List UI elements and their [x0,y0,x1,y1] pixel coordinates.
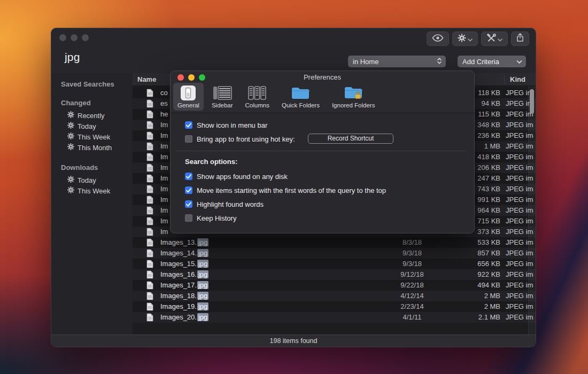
tab-sidebar[interactable]: Sidebar [207,83,237,111]
table-row[interactable]: Images_14.jpg9/3/18857 KBJPEG ima [133,248,536,259]
match-highlight: jpg [197,249,208,257]
search-query-input[interactable]: jpg [65,51,80,64]
tab-label: Ignored Folders [332,102,375,108]
sidebar-item-changed-today[interactable]: Today [51,121,133,131]
tab-label: Sidebar [212,102,233,108]
add-criteria-button[interactable]: Add Criteria [458,56,526,67]
traffic-lights [59,34,89,41]
file-name: co [160,89,168,97]
tab-quick-folders[interactable]: Quick Folders [277,83,324,111]
tab-columns[interactable]: Columns [241,83,274,111]
document-icon [146,153,153,163]
match-highlight: jpg [197,281,208,289]
document-icon [146,196,153,206]
share-icon [516,33,524,44]
file-size: 656 KB [452,260,500,268]
folder-icon [291,84,310,101]
sidebar-item-changed-this-month[interactable]: This Month [51,142,133,153]
file-name: Images_19.jpg [160,302,208,310]
tab-label: Columns [245,102,269,108]
sidebar-panel-icon [213,84,232,101]
window-titlebar[interactable] [51,28,536,46]
date-modified: 9/3/18 [377,260,447,268]
document-icon [146,163,153,174]
zoom-window-button[interactable] [82,34,89,41]
scrollbar-thumb[interactable] [530,89,534,114]
search-options: Show apps found on any diskMove items st… [185,172,474,223]
table-row[interactable]: Images_19.jpg2/23/142 MBJPEG ima [133,301,536,312]
option-row-move-items-starting-with-the-first-words-of-the-query-to-the-top: Move items starting with the first words… [185,185,474,195]
file-size: 2.1 MB [452,313,500,321]
scrollbar-track[interactable] [528,86,536,334]
table-row[interactable]: Images_15.jpg9/3/18656 KBJPEG ima [133,259,536,269]
tab-ignored-folders[interactable]: Ignored Folders [328,83,380,111]
document-icon [146,142,153,152]
date-modified: 8/3/18 [377,238,447,246]
file-name: Images_18.jpg [160,292,208,300]
sidebar-groups: ChangedRecentlyTodayThis WeekThis MonthD… [51,99,133,196]
record-shortcut-button[interactable]: Record Shortcut [308,134,393,144]
minimize-dialog-button[interactable] [188,74,195,81]
checkbox-label: Show apps found on any disk [197,173,288,181]
checkbox-show-icon-in-menu-bar[interactable] [185,121,192,129]
file-name: Images_13.jpg [160,238,208,246]
date-modified: 9/12/18 [377,270,447,278]
general-switch-icon [180,84,196,101]
match-highlight: jpg [197,302,208,310]
file-name: Im [160,142,168,150]
close-dialog-button[interactable] [177,74,184,81]
checkbox-move-items-starting-with-the-first-words-of-the-query-to-the-top[interactable] [185,186,192,194]
document-icon [146,238,153,248]
eye-button[interactable] [427,32,449,46]
close-window-button[interactable] [59,34,66,41]
sidebar-item-downloads-today[interactable]: Today [51,175,133,185]
document-icon [146,89,153,99]
checkbox-label: Move items starting with the first words… [197,186,386,194]
sidebar-item-changed-recently[interactable]: Recently [51,110,133,121]
document-icon [146,110,153,120]
checkbox-show-apps-found-on-any-disk[interactable] [185,173,192,180]
file-name: Images_16.jpg [160,270,208,278]
table-row[interactable]: Images_17.jpg9/22/18494 KBJPEG ima [133,280,536,291]
file-name: Images_14.jpg [160,249,208,257]
file-name: he [160,110,168,118]
zoom-dialog-button[interactable] [199,74,205,81]
sidebar-item-label: This Week [78,133,110,141]
file-size: 922 KB [452,270,500,278]
tab-general[interactable]: General [173,83,204,111]
checkbox-label: Keep History [197,214,236,222]
column-header-kind[interactable]: Kind [504,75,525,84]
table-row[interactable]: Images_13.jpg8/3/18533 KBJPEG ima [133,237,536,248]
checkbox-highlight-found-words[interactable] [185,200,192,208]
file-name: Im [160,174,168,182]
table-row[interactable]: Images_18.jpg4/12/142 MBJPEG ima [133,291,536,301]
table-row[interactable]: Images_20.jpg4/1/112.1 MBJPEG ima [133,312,536,323]
preferences-general-pane: Show icon in menu barBring app to front … [171,113,474,233]
document-icon [146,217,153,227]
document-icon [146,206,153,216]
share-button[interactable] [511,32,529,46]
window-toolbar [427,32,529,46]
date-modified: 4/12/14 [377,292,447,300]
sidebar-item-changed-this-week[interactable]: This Week [51,131,133,142]
gear-button[interactable] [452,32,478,46]
checkbox-bring-app-to-front-using-hot-key[interactable] [185,135,192,143]
add-criteria-label: Add Criteria [462,58,499,66]
document-icon [146,281,153,291]
tools-button[interactable] [481,32,508,46]
checkbox-keep-history[interactable] [185,214,192,222]
sidebar-item-downloads-this-week[interactable]: This Week [51,185,133,196]
option-row-show-apps-found-on-any-disk: Show apps found on any disk [185,172,474,181]
columns-icon [248,84,266,101]
scope-popup-button[interactable]: in Home [348,56,446,67]
column-header-name[interactable]: Name [137,75,156,83]
gear-icon [67,133,78,141]
table-row[interactable]: Images_16.jpg9/12/18922 KBJPEG ima [133,269,536,280]
minimize-window-button[interactable] [71,34,78,41]
preferences-titlebar[interactable]: Preferences [171,71,474,83]
checkbox-label: Highlight found words [197,200,264,208]
sidebar-item-label: This Month [78,144,112,152]
gear-icon [67,176,78,184]
file-size: 2 MB [452,292,500,300]
file-name: Images_15.jpg [160,260,208,268]
